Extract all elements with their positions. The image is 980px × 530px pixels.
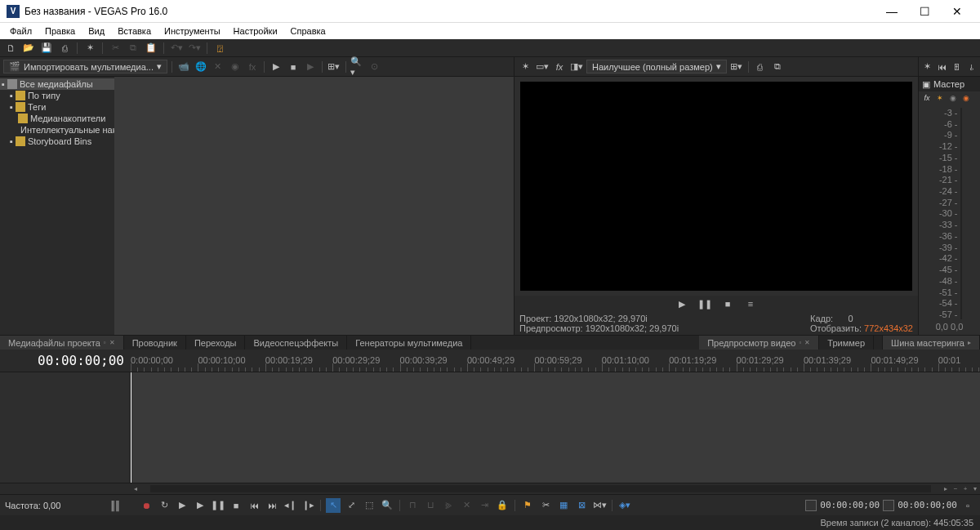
marker-icon[interactable]: ⚑	[520, 498, 535, 513]
copy-frame-icon[interactable]: ⧉	[770, 60, 785, 74]
media-tree[interactable]: ▪ Все медиафайлы ▪ По типу ▪ Теги Медиан…	[0, 77, 114, 335]
stop-icon[interactable]: ■	[720, 296, 735, 311]
normal-edit-icon[interactable]: ↖	[326, 498, 341, 513]
gear-icon[interactable]: ✶	[935, 93, 945, 103]
fx-icon[interactable]: fx	[245, 60, 260, 74]
properties-icon[interactable]: ✶	[82, 41, 97, 56]
timecode-display[interactable]: 00:00:00;00	[0, 350, 131, 372]
capture-icon[interactable]: 📹	[176, 60, 191, 74]
prev-frame-icon[interactable]: ◂❙	[283, 498, 297, 513]
record-icon[interactable]: ⏺	[139, 498, 154, 513]
close-button[interactable]: ✕	[941, 0, 973, 23]
mute-icon[interactable]: ◉	[948, 93, 958, 103]
get-media-icon[interactable]: 🌐	[194, 60, 208, 74]
whatsthis-icon[interactable]: ⍰	[212, 41, 227, 56]
snapshot-icon[interactable]: ⎙	[753, 60, 768, 74]
scroll-track[interactable]	[150, 485, 931, 492]
stop-icon[interactable]: ■	[286, 60, 301, 74]
undock-icon[interactable]: ▫	[960, 498, 975, 513]
zoom-out-icon[interactable]: −	[951, 483, 960, 494]
play-icon[interactable]: ▶	[269, 60, 283, 74]
lock-icon[interactable]: 🔒	[495, 498, 510, 513]
tab-explorer[interactable]: Проводник	[124, 336, 186, 350]
zoom-in-icon[interactable]: +	[960, 483, 970, 494]
views-icon[interactable]: ⊞▾	[327, 60, 341, 74]
tree-item[interactable]: ▪ Теги	[0, 101, 114, 113]
rate-handle-icon[interactable]: ║║	[109, 501, 119, 510]
playhead[interactable]	[131, 372, 131, 483]
split-icon[interactable]: ✂	[538, 498, 553, 513]
tab-generators[interactable]: Генераторы мультимедиа	[347, 336, 471, 350]
play-icon[interactable]: ▶	[675, 296, 689, 311]
tab-videofx[interactable]: Видеоспецэффекты	[245, 336, 347, 350]
pause-icon[interactable]: ❚❚	[211, 498, 225, 513]
scroll-left-icon[interactable]: ◂	[131, 483, 140, 494]
maximize-button[interactable]: ☐	[908, 0, 941, 23]
close-tab-icon[interactable]: ✕	[109, 339, 115, 346]
track-headers[interactable]	[0, 372, 131, 483]
expand-icon[interactable]: ▸	[968, 339, 971, 346]
v-handle-icon[interactable]: ▾	[970, 483, 980, 494]
new-icon[interactable]: 🗋	[3, 41, 18, 56]
fx-icon[interactable]: fx	[552, 60, 567, 74]
mixer-icon[interactable]: 🎚	[952, 60, 962, 74]
undo-icon[interactable]: ↶▾	[169, 41, 184, 56]
dim-icon[interactable]: ⫰	[967, 60, 977, 74]
menu-edit[interactable]: Правка	[38, 24, 82, 38]
preview-viewport[interactable]	[514, 77, 918, 296]
save-icon[interactable]: 💾	[39, 41, 54, 56]
tab-trimmer[interactable]: Триммер	[819, 336, 874, 350]
snap2-icon[interactable]: ⊔	[423, 498, 438, 513]
ignore-icon[interactable]: ⊠	[574, 498, 589, 513]
tree-root[interactable]: ▪ Все медиафайлы	[0, 78, 114, 90]
set-in-icon[interactable]	[805, 500, 817, 511]
go-end-icon[interactable]: ⏭	[265, 498, 279, 513]
group-icon[interactable]: ▦	[556, 498, 571, 513]
splitscreen-icon[interactable]: ◨▾	[569, 60, 584, 74]
redo-icon[interactable]: ↷▾	[187, 41, 202, 56]
fx-icon[interactable]: fx	[922, 93, 932, 103]
stop-icon[interactable]: ■	[229, 498, 243, 513]
end-time1[interactable]: 00:00:00;00	[820, 500, 880, 510]
undock-icon[interactable]: ▫	[104, 339, 106, 346]
loop-icon[interactable]: ↻	[157, 498, 172, 513]
crossfade-icon[interactable]: ⋈▾	[592, 498, 607, 513]
set-out-icon[interactable]	[883, 500, 894, 511]
quantize-icon[interactable]: ⫸	[441, 498, 456, 513]
play-icon[interactable]: ▶	[193, 498, 207, 513]
close-tab-icon[interactable]: ✕	[804, 339, 810, 346]
copy-icon[interactable]: ⧉	[126, 41, 140, 56]
autoripple-icon[interactable]: ⇥	[477, 498, 492, 513]
tag-icon[interactable]: ⊙	[368, 60, 382, 74]
cut-icon[interactable]: ✂	[108, 41, 122, 56]
tree-item[interactable]: Интеллектуальные нак	[0, 124, 114, 136]
properties-icon[interactable]: ◉	[228, 60, 243, 74]
motion-icon[interactable]: ◈▾	[617, 498, 632, 513]
scroll-right-icon[interactable]: ▸	[941, 483, 951, 494]
prefs-icon[interactable]: ✶	[922, 60, 932, 74]
tab-transitions[interactable]: Переходы	[186, 336, 246, 350]
envelope-icon[interactable]: ⤢	[344, 498, 359, 513]
menu-view[interactable]: Вид	[82, 24, 111, 38]
overlays-icon[interactable]: ⊞▾	[729, 60, 744, 74]
import-media-button[interactable]: 🎬 Импортировать мультимедиа... ▾	[3, 60, 167, 73]
minimize-button[interactable]: —	[875, 0, 908, 23]
zoom-icon[interactable]: 🔍	[380, 498, 394, 513]
expand-icon[interactable]: ▣	[922, 79, 930, 90]
track-area[interactable]	[131, 372, 980, 483]
render-icon[interactable]: ⎙	[57, 41, 72, 56]
menu-help[interactable]: Справка	[284, 24, 332, 38]
end-time2[interactable]: 00:00:00;00	[898, 500, 957, 510]
media-grid[interactable]	[114, 77, 514, 335]
autopreview-icon[interactable]: ▶	[303, 60, 318, 74]
prefs-icon[interactable]: ✶	[518, 60, 532, 74]
go-start-icon[interactable]: ⏮	[247, 498, 261, 513]
select-icon[interactable]: ⬚	[362, 498, 376, 513]
menu-insert[interactable]: Вставка	[111, 24, 158, 38]
menu-tools[interactable]: Инструменты	[158, 24, 227, 38]
menu-settings[interactable]: Настройки	[227, 24, 284, 38]
external-icon[interactable]: ▭▾	[535, 60, 550, 74]
pause-icon[interactable]: ❚❚	[697, 296, 712, 311]
tree-item[interactable]: ▪ По типу	[0, 90, 114, 101]
menu-file[interactable]: Файл	[3, 24, 38, 38]
